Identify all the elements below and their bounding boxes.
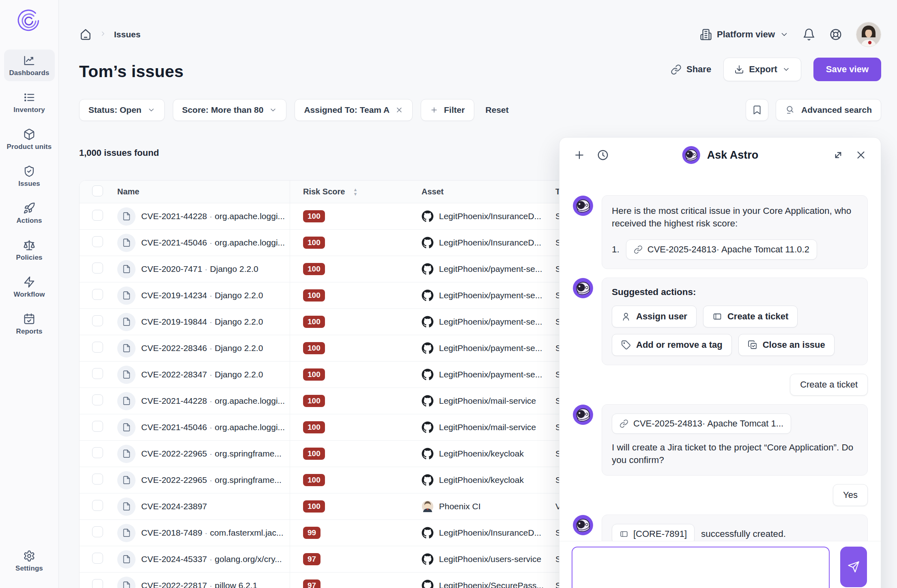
asset-name[interactable]: LegitPhoenix/InsuranceD... [439, 211, 541, 221]
sidebar-item-label: Dashboards [9, 69, 49, 77]
issue-name[interactable]: CVE-2019-19844 [141, 317, 207, 326]
issue-name[interactable]: CVE-2021-45046 [141, 238, 207, 247]
sidebar-item-product-units[interactable]: Product units [4, 123, 55, 155]
gear-icon [23, 550, 35, 562]
select-all-checkbox[interactable] [92, 185, 103, 196]
ticket-chip[interactable]: [CORE-7891] [612, 524, 695, 541]
advanced-search-button[interactable]: Advanced search [776, 99, 881, 121]
issue-name[interactable]: CVE-2022-28347 [141, 370, 207, 379]
row-checkbox[interactable] [92, 368, 103, 379]
sidebar-item-workflow[interactable]: Workflow [4, 271, 55, 303]
column-header-asset[interactable]: Asset [422, 187, 443, 196]
close-icon[interactable] [395, 106, 403, 114]
export-button[interactable]: Export [723, 58, 801, 81]
expand-chat-button[interactable] [832, 149, 844, 161]
save-view-button[interactable]: Save view [813, 58, 881, 81]
issue-name[interactable]: CVE-2020-7471 [141, 264, 202, 274]
row-checkbox[interactable] [92, 394, 103, 405]
row-checkbox[interactable] [92, 579, 103, 588]
app-logo-icon[interactable] [16, 7, 43, 34]
close-chat-button[interactable] [855, 149, 867, 161]
row-checkbox[interactable] [92, 342, 103, 353]
sort-icon[interactable]: ▲▼ [353, 188, 357, 196]
create-ticket-button[interactable]: Create a ticket [703, 306, 798, 327]
sidebar-item-issues[interactable]: Issues [4, 160, 55, 192]
name-separator: · [209, 343, 212, 353]
row-checkbox[interactable] [92, 474, 103, 485]
add-remove-tag-button[interactable]: Add or remove a tag [612, 334, 732, 356]
asset-name[interactable]: LegitPhoenix/keycloak [439, 449, 524, 459]
notifications-button[interactable] [802, 28, 815, 41]
asset-name[interactable]: LegitPhoenix/payment-se... [439, 264, 542, 274]
row-checkbox[interactable] [92, 500, 103, 511]
row-checkbox[interactable] [92, 236, 103, 247]
home-icon[interactable] [79, 28, 92, 41]
issue-link-chip[interactable]: CVE-2025-24813· Apache Tomcat 1... [612, 414, 791, 434]
sidebar-item-dashboards[interactable]: Dashboards [4, 50, 55, 81]
column-header-name[interactable]: Name [117, 187, 139, 196]
filter-chip-score[interactable]: Score: More than 80 [173, 99, 287, 121]
issue-name[interactable]: CVE-2022-28346 [141, 343, 207, 353]
new-chat-button[interactable] [573, 149, 585, 161]
issue-name[interactable]: CVE-2018-7489 [141, 528, 202, 537]
column-header-risk-score[interactable]: Risk Score [303, 187, 345, 196]
advanced-search-icon [785, 105, 796, 115]
astro-avatar [682, 146, 701, 164]
sidebar-item-settings[interactable]: Settings [4, 545, 55, 577]
reset-filters-button[interactable]: Reset [486, 105, 509, 115]
user-avatar[interactable] [856, 22, 881, 47]
sidebar-item-actions[interactable]: Actions [4, 197, 55, 229]
row-checkbox[interactable] [92, 210, 103, 221]
asset-name[interactable]: Phoenix CI [439, 502, 481, 511]
filter-chip-assigned-to[interactable]: Assigned To: Team A [295, 99, 413, 121]
row-checkbox[interactable] [92, 553, 103, 564]
share-button[interactable]: Share [671, 64, 711, 75]
send-button[interactable] [840, 547, 867, 587]
filter-chip-status[interactable]: Status: Open [79, 99, 165, 121]
asset-name[interactable]: LegitPhoenix/InsuranceD... [439, 528, 541, 538]
breadcrumb-current[interactable]: Issues [114, 30, 140, 39]
add-filter-button[interactable]: Filter [421, 99, 474, 121]
help-button[interactable] [829, 28, 842, 41]
close-issue-button[interactable]: Close an issue [738, 334, 835, 356]
asset-name[interactable]: LegitPhoenix/InsuranceD... [439, 238, 541, 248]
issue-name[interactable]: CVE-2021-44228 [141, 211, 207, 221]
asset-name[interactable]: LegitPhoenix/keycloak [439, 475, 524, 485]
chat-input[interactable] [572, 547, 830, 588]
issue-name[interactable]: CVE-2019-14234 [141, 291, 207, 300]
asset-name[interactable]: LegitPhoenix/mail-service [439, 396, 536, 406]
platform-view-selector[interactable]: Platform view [700, 28, 789, 41]
user-message-bubble[interactable]: Create a ticket [790, 374, 868, 396]
row-checkbox[interactable] [92, 526, 103, 537]
asset-name[interactable]: LegitPhoenix/payment-se... [439, 370, 542, 379]
issue-name[interactable]: CVE-2024-23897 [141, 502, 207, 511]
github-icon [422, 289, 434, 302]
issue-name[interactable]: CVE-2022-22965 [141, 475, 207, 485]
sidebar-item-policies[interactable]: Policies [4, 234, 55, 266]
chat-history-button[interactable] [597, 149, 609, 161]
row-checkbox[interactable] [92, 315, 103, 326]
asset-name[interactable]: LegitPhoenix/users-service [439, 554, 541, 564]
asset-name[interactable]: LegitPhoenix/payment-se... [439, 291, 542, 300]
asset-name[interactable]: LegitPhoenix/payment-se... [439, 343, 542, 353]
row-checkbox[interactable] [92, 421, 103, 432]
bookmark-button[interactable] [746, 99, 768, 121]
issue-name[interactable]: CVE-2022-22965 [141, 449, 207, 458]
row-checkbox[interactable] [92, 447, 103, 458]
issue-name[interactable]: CVE-2022-22817 [141, 581, 207, 588]
github-icon [422, 527, 434, 539]
user-message-bubble[interactable]: Yes [833, 484, 868, 506]
issue-name[interactable]: CVE-2021-44228 [141, 396, 207, 405]
asset-name[interactable]: LegitPhoenix/mail-service [439, 422, 536, 432]
assign-user-button[interactable]: Assign user [612, 306, 697, 327]
asset-name[interactable]: LegitPhoenix/payment-se... [439, 317, 542, 327]
issue-link-chip[interactable]: CVE-2025-24813· Apache Tomcat 11.0.2 [626, 239, 817, 260]
issue-name[interactable]: CVE-2024-45337 [141, 554, 207, 564]
issue-name[interactable]: CVE-2021-45046 [141, 422, 207, 432]
sidebar-item-inventory[interactable]: Inventory [4, 86, 55, 118]
sidebar-item-reports[interactable]: Reports [4, 308, 55, 340]
row-checkbox[interactable] [92, 263, 103, 274]
row-checkbox[interactable] [92, 289, 103, 300]
asset-name[interactable]: LegitPhoenix/SecurePass... [439, 581, 544, 588]
risk-score-badge: 100 [303, 474, 325, 486]
